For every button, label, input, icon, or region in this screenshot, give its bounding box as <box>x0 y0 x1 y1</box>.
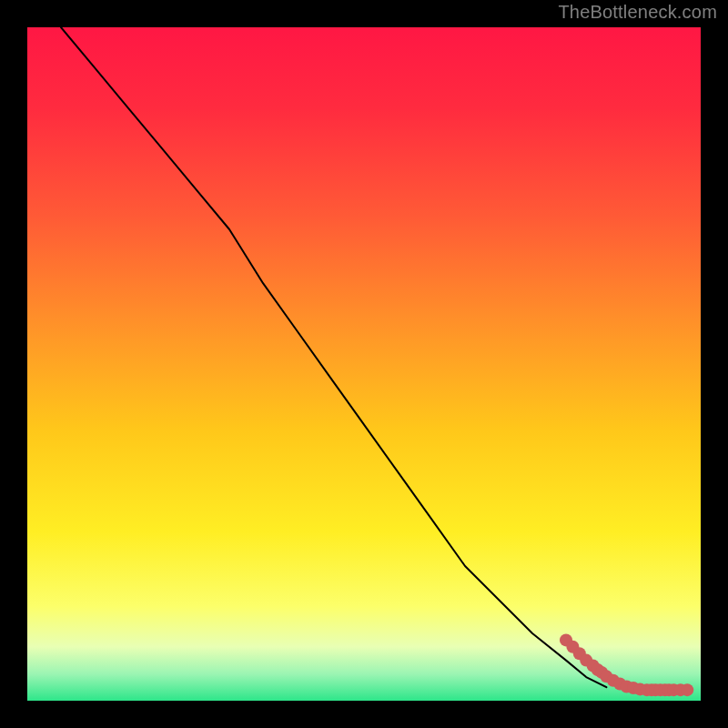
gradient-background <box>27 27 701 701</box>
watermark-text: TheBottleneck.com <box>558 2 717 23</box>
plot-area <box>27 27 701 701</box>
scatter-point <box>681 683 693 696</box>
chart-frame: TheBottleneck.com <box>0 0 728 728</box>
chart-svg <box>27 27 701 701</box>
